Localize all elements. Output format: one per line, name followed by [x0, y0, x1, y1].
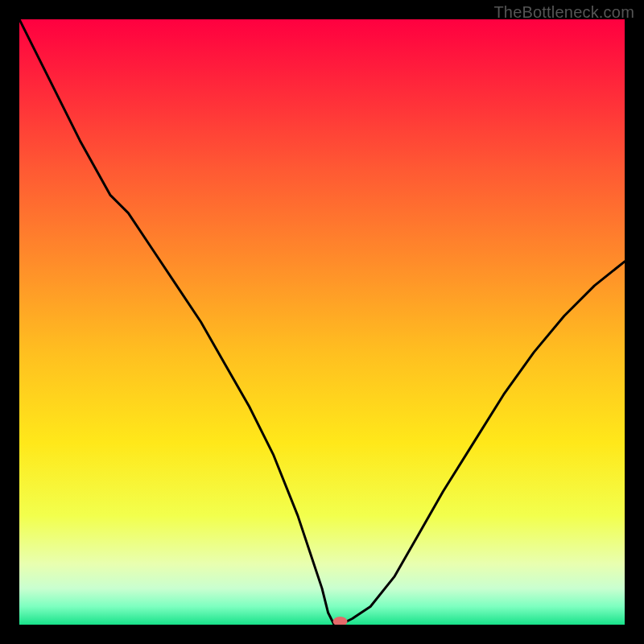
plot-svg — [19, 19, 625, 625]
gradient-background — [19, 19, 625, 625]
chart-frame: TheBottleneck.com — [0, 0, 644, 644]
plot-area — [19, 19, 625, 625]
